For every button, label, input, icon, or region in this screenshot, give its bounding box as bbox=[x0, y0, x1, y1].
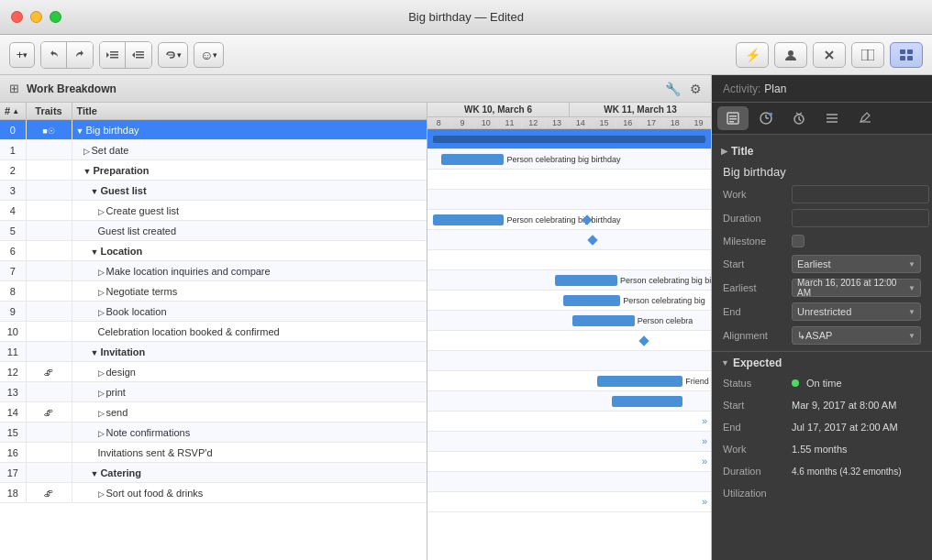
tab-clock[interactable] bbox=[783, 106, 815, 130]
row-traits bbox=[26, 322, 72, 342]
gantt-bar[interactable] bbox=[597, 376, 682, 387]
gantt-day-label: 17 bbox=[640, 117, 664, 128]
row-num: 16 bbox=[0, 443, 26, 463]
duration-input[interactable] bbox=[792, 209, 929, 227]
row-title[interactable]: ▼Location bbox=[72, 241, 427, 261]
gantt-day-label: 14 bbox=[570, 117, 594, 128]
table-row[interactable]: 4 ▷Create guest list 1 day bbox=[0, 201, 427, 221]
table-row[interactable]: 17 ▼Catering bbox=[0, 463, 427, 483]
gantt-bar[interactable] bbox=[441, 154, 504, 165]
row-traits: 🖇 bbox=[26, 402, 72, 423]
table-row[interactable]: 7 ▷Make location inquiries and compare 1… bbox=[0, 261, 427, 281]
settings-icon[interactable]: ⚙ bbox=[690, 82, 702, 96]
redo-button[interactable] bbox=[67, 42, 93, 68]
row-title[interactable]: Invitations sent & RSVP'd bbox=[72, 443, 427, 463]
row-num: 1 bbox=[0, 140, 26, 160]
outdent-button[interactable] bbox=[126, 42, 151, 68]
row-title[interactable]: ▷Negotiate terms bbox=[72, 281, 427, 302]
gantt-bar[interactable] bbox=[555, 275, 617, 286]
tab-schedule[interactable] bbox=[750, 106, 782, 130]
table-row[interactable]: 18 🖇 ▷Sort out food & drinks 3 days bbox=[0, 483, 427, 503]
table-row[interactable]: 2 ▼Preparation bbox=[0, 160, 427, 181]
row-traits bbox=[26, 463, 72, 483]
table-row[interactable]: 9 ▷Book location 1 day bbox=[0, 302, 427, 322]
exp-duration-row: Duration 4.6 months (4.32 emonths) bbox=[712, 460, 932, 482]
svg-rect-17 bbox=[907, 56, 913, 60]
divider bbox=[712, 351, 932, 352]
gantt-bar[interactable] bbox=[572, 315, 635, 326]
gantt-overflow-icon: » bbox=[702, 435, 707, 446]
week-2-header: WK 11, March 13 bbox=[570, 103, 711, 116]
row-num: 0 bbox=[0, 120, 26, 140]
person-button[interactable] bbox=[774, 42, 807, 68]
table-row[interactable]: 12 🖇 ▷design 2 days bbox=[0, 362, 427, 382]
panel-title: Work Breakdown bbox=[27, 82, 658, 95]
col-num: # ▲ bbox=[0, 103, 26, 120]
tab-info[interactable] bbox=[717, 106, 749, 130]
table-row[interactable]: 15 ▷Note confirmations 5 days bbox=[0, 423, 427, 443]
row-title[interactable]: ▼Catering bbox=[72, 463, 427, 483]
work-input[interactable] bbox=[792, 185, 929, 203]
undo-button[interactable] bbox=[41, 42, 67, 68]
table-row[interactable]: 1 ▷Set date 1 day bbox=[0, 140, 427, 160]
row-title[interactable]: ▷Book location bbox=[72, 302, 427, 322]
row-title[interactable]: ▼Guest list bbox=[72, 181, 427, 201]
table-row[interactable]: 3 ▼Guest list bbox=[0, 181, 427, 201]
tab-edit[interactable] bbox=[849, 106, 881, 130]
row-title[interactable]: ▷send bbox=[72, 402, 427, 423]
minimize-button[interactable] bbox=[30, 11, 42, 23]
earliest-select[interactable]: March 16, 2016 at 12:00 AM ▼ bbox=[792, 279, 921, 297]
lightning-button[interactable]: ⚡ bbox=[736, 42, 769, 68]
tools-button[interactable] bbox=[813, 42, 846, 68]
row-title[interactable]: Guest list created bbox=[72, 221, 427, 241]
view-split-button[interactable] bbox=[851, 42, 884, 68]
table-row[interactable]: 8 ▷Negotiate terms 1 day bbox=[0, 281, 427, 302]
table-row[interactable]: 5 Guest list created bbox=[0, 221, 427, 241]
row-title[interactable]: ▷Make location inquiries and compare bbox=[72, 261, 427, 281]
row-title[interactable]: ▷design bbox=[72, 362, 427, 382]
row-title[interactable]: ▼Big birthday bbox=[72, 120, 427, 140]
svg-marker-7 bbox=[132, 52, 135, 58]
table-row[interactable]: 10 Celebration location booked & confirm… bbox=[0, 322, 427, 342]
end-select[interactable]: Unrestricted ▼ bbox=[792, 302, 921, 321]
table-row[interactable]: 0 ■☉ ▼Big birthday bbox=[0, 120, 427, 140]
start-select[interactable]: Earliest ▼ bbox=[792, 255, 921, 273]
link-button[interactable]: ▾ bbox=[158, 42, 188, 68]
row-title[interactable]: ▷Sort out food & drinks bbox=[72, 483, 427, 503]
milestone-checkbox[interactable] bbox=[792, 235, 804, 247]
gantt-bar-label: Person celebrating big birth bbox=[620, 276, 711, 285]
row-traits bbox=[26, 281, 72, 302]
table-row[interactable]: 11 ▼Invitation bbox=[0, 342, 427, 362]
row-title[interactable]: ▷print bbox=[72, 382, 427, 402]
row-title[interactable]: ▷Create guest list bbox=[72, 201, 427, 221]
wrench-icon[interactable]: 🔧 bbox=[665, 82, 681, 96]
window-controls[interactable] bbox=[11, 11, 61, 23]
alignment-select[interactable]: ↳ASAP ▼ bbox=[792, 326, 921, 345]
gantt-bar[interactable] bbox=[612, 396, 682, 407]
maximize-button[interactable] bbox=[50, 11, 61, 23]
disclosure-icon: ▼ bbox=[91, 247, 99, 257]
add-button[interactable]: + ▾ bbox=[9, 42, 35, 68]
exp-utilization-label: Utilization bbox=[723, 488, 792, 499]
gantt-group-bar[interactable] bbox=[433, 136, 705, 143]
gantt-bar[interactable] bbox=[563, 295, 620, 306]
tab-list[interactable] bbox=[816, 106, 848, 130]
row-title[interactable]: Celebration location booked & confirmed bbox=[72, 322, 427, 342]
right-panel-content: ▶ Title Big birthday Work Duration Miles… bbox=[712, 135, 932, 560]
close-button[interactable] bbox=[11, 11, 23, 23]
row-title[interactable]: ▼Preparation bbox=[72, 160, 427, 181]
disclosure-icon: ▷ bbox=[98, 268, 105, 277]
row-title[interactable]: ▼Invitation bbox=[72, 342, 427, 362]
table-row[interactable]: 13 ▷print 2 days bbox=[0, 382, 427, 402]
table-row[interactable]: 16 Invitations sent & RSVP'd bbox=[0, 443, 427, 463]
table-row[interactable]: 14 🖇 ▷send 1 day bbox=[0, 402, 427, 423]
svg-line-28 bbox=[799, 119, 801, 121]
indent-button[interactable] bbox=[100, 42, 126, 68]
row-title[interactable]: ▷Set date bbox=[72, 140, 427, 160]
table-row[interactable]: 6 ▼Location bbox=[0, 241, 427, 261]
grid-button[interactable] bbox=[890, 42, 923, 68]
row-title[interactable]: ▷Note confirmations bbox=[72, 423, 427, 443]
emoji-button[interactable]: ☺ ▾ bbox=[194, 42, 224, 68]
gantt-bar[interactable] bbox=[433, 214, 504, 225]
gantt-row bbox=[427, 351, 711, 371]
